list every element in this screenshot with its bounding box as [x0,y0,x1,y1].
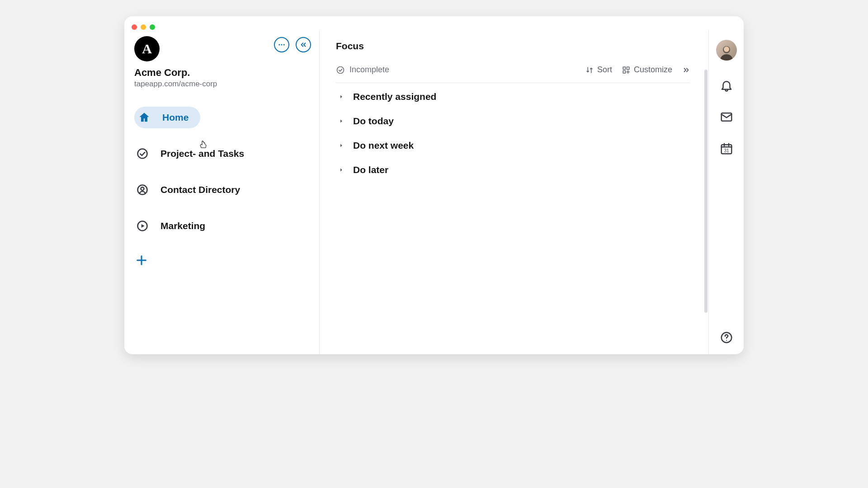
svg-marker-17 [340,120,342,123]
sidebar-item-label: Marketing [160,221,205,231]
toolbar-right: Sort Customize [585,65,690,75]
customize-icon [622,66,630,74]
help-icon [720,331,733,344]
play-circle-icon [136,220,149,232]
section-title: Do next week [353,140,414,151]
sidebar-item-home[interactable]: Home [134,107,200,128]
check-circle-icon [336,66,345,75]
app-body: A Acme Corp. tapeapp.com/acme-corp [124,30,744,354]
help-button[interactable] [720,331,733,344]
avatar[interactable] [716,40,737,61]
home-icon [138,111,151,124]
sidebar-header: A [134,36,315,61]
caret-right-icon [339,118,344,124]
mail-icon [720,110,733,124]
right-rail: 31 [708,30,744,354]
avatar-person-icon [717,42,736,61]
window-maximize-dot[interactable] [150,24,155,30]
caret-right-icon [339,143,344,148]
svg-marker-19 [340,169,342,172]
svg-point-21 [724,47,729,52]
window-titlebar [124,16,744,30]
calendar-icon: 31 [720,142,733,155]
org-name: Acme Corp. [134,67,315,79]
main-panel: Focus Incomplete Sort Customize [320,30,708,354]
sidebar-item-label: Home [162,112,189,123]
section-title: Do later [353,164,388,175]
org-url: tapeapp.com/acme-corp [134,80,315,89]
sidebar-item-contact-directory[interactable]: Contact Directory [134,179,248,201]
svg-point-5 [141,187,144,190]
app-window: A Acme Corp. tapeapp.com/acme-corp [124,16,744,354]
check-circle-icon [136,147,149,160]
sidebar-item-label: Project- and Tasks [160,148,244,159]
svg-marker-18 [340,144,342,147]
section-title: Recently assigned [353,91,436,102]
section-list: Recently assigned Do today Do next week … [336,91,690,175]
section-do-next-week[interactable]: Do next week [339,140,690,151]
add-nav-item-button[interactable] [134,253,149,267]
sidebar-item-label: Contact Directory [160,184,240,195]
collapse-sidebar-button[interactable] [296,37,311,52]
sort-label: Sort [597,65,612,75]
chevrons-left-icon [299,41,307,49]
sidebar-item-projects-tasks[interactable]: Project- and Tasks [134,143,252,164]
bell-icon [720,79,733,92]
person-circle-icon [136,183,149,196]
svg-point-3 [138,149,147,159]
caret-right-icon [339,167,344,173]
svg-rect-13 [623,70,625,73]
sidebar-nav: Home Project- and Tasks Contact Director… [134,107,315,237]
org-logo[interactable]: A [134,36,160,61]
inbox-button[interactable] [720,110,733,124]
caret-right-icon [339,94,344,99]
svg-point-0 [278,44,280,46]
sort-button[interactable]: Sort [585,65,612,75]
customize-label: Customize [634,65,672,75]
window-close-dot[interactable] [132,24,137,30]
svg-point-1 [281,44,283,46]
svg-text:31: 31 [724,148,729,153]
chevrons-right-icon [682,66,690,74]
sidebar-actions [274,36,315,52]
sidebar: A Acme Corp. tapeapp.com/acme-corp [124,30,320,354]
toolbar: Incomplete Sort Customize [336,65,690,83]
window-minimize-dot[interactable] [141,24,146,30]
section-title: Do today [353,116,394,127]
more-icon [278,41,286,49]
svg-marker-16 [340,95,342,99]
svg-rect-11 [623,67,625,69]
notifications-button[interactable] [720,79,733,92]
page-title: Focus [336,41,690,52]
svg-rect-12 [627,67,629,69]
expand-button[interactable] [682,66,690,74]
svg-marker-7 [142,224,145,228]
filter-label: Incomplete [349,65,389,75]
svg-point-2 [283,44,285,46]
scrollbar[interactable] [704,70,708,313]
svg-point-29 [726,340,727,341]
sort-icon [585,66,594,74]
svg-point-10 [337,66,344,73]
plus-icon [135,254,148,267]
section-recently-assigned[interactable]: Recently assigned [339,91,690,102]
section-do-later[interactable]: Do later [339,164,690,175]
sidebar-item-marketing[interactable]: Marketing [134,215,213,237]
customize-button[interactable]: Customize [622,65,672,75]
filter-incomplete[interactable]: Incomplete [336,65,389,75]
calendar-button[interactable]: 31 [720,142,733,155]
org-logo-letter: A [142,41,152,56]
more-button[interactable] [274,37,289,52]
section-do-today[interactable]: Do today [339,116,690,127]
